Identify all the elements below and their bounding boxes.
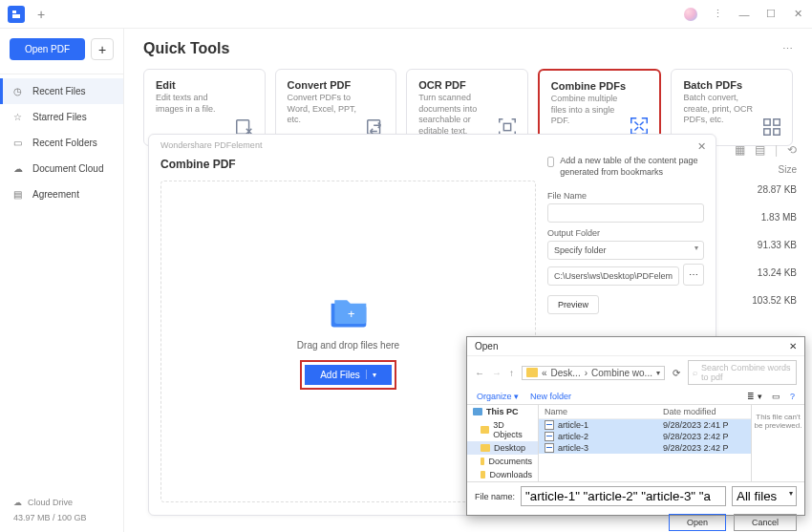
file-size: 13.24 KB: [730, 267, 797, 278]
svg-rect-3: [764, 119, 770, 125]
folder-icon: ▭: [13, 138, 25, 148]
tree-item-this-pc[interactable]: This PC: [467, 405, 538, 418]
file-row[interactable]: article-19/28/2023 2:41 P: [539, 419, 751, 431]
file-row[interactable]: article-39/28/2023 2:42 P: [539, 442, 751, 454]
filename-input[interactable]: [547, 203, 704, 223]
grid-view-icon[interactable]: ▦: [735, 143, 745, 157]
card-desc: Edit texts and images in a file.: [156, 93, 232, 115]
organize-menu[interactable]: Organize ▾: [477, 392, 519, 401]
col-name-header[interactable]: Name: [545, 407, 663, 416]
sidebar-item-recent-files[interactable]: ◷Recent Files: [0, 78, 123, 104]
preview-button[interactable]: Preview: [547, 295, 599, 314]
sidebar-item-label: Recent Files: [32, 86, 86, 96]
sidebar-item-agreement[interactable]: ▤Agreement: [0, 181, 123, 207]
filename-label: File name:: [475, 492, 515, 501]
path-breadcrumb[interactable]: « Desk...› Combine wo... ▾: [522, 366, 665, 380]
sidebar-item-starred-files[interactable]: ☆Starred Files: [0, 104, 123, 130]
cloud-icon: ☁: [13, 498, 22, 507]
cloud-icon: ☁: [13, 163, 25, 174]
filename-label: File Name: [547, 191, 704, 201]
add-folder-icon: +: [328, 294, 370, 330]
new-button[interactable]: +: [91, 38, 114, 60]
new-folder-button[interactable]: New folder: [530, 392, 571, 401]
minimize-button[interactable]: —: [737, 8, 751, 21]
add-files-label: Add Files: [320, 370, 360, 380]
refresh-icon[interactable]: ⟲: [787, 143, 797, 157]
storage-usage: 43.97 MB / 100 GB: [13, 513, 110, 522]
add-files-button[interactable]: Add Files▾: [305, 365, 392, 385]
search-placeholder: Search Combine words to pdf: [701, 363, 792, 382]
folder-icon: [481, 458, 484, 465]
card-title: Combine PDFs: [551, 80, 651, 92]
specify-folder-select[interactable]: [547, 241, 704, 260]
dialog-open-button[interactable]: Open: [669, 514, 726, 531]
nav-up-button[interactable]: ↑: [509, 368, 514, 378]
path-part[interactable]: Desk...: [551, 368, 581, 378]
svg-rect-6: [774, 129, 780, 135]
path-part[interactable]: Combine wo...: [591, 368, 652, 378]
calendar-icon[interactable]: ▤: [755, 143, 765, 157]
folder-icon: [481, 444, 490, 452]
toc-checkbox[interactable]: [547, 157, 554, 167]
size-column-header: Size: [730, 164, 797, 184]
toc-checkbox-label: Add a new table of the content page gene…: [560, 156, 704, 178]
sidebar-item-document-cloud[interactable]: ☁Document Cloud: [0, 156, 123, 181]
file-icon: [545, 432, 554, 441]
panel-close-button[interactable]: ✕: [697, 140, 706, 153]
card-title: Edit: [156, 79, 255, 91]
filename-input[interactable]: [521, 486, 726, 506]
outputfolder-label: Output Folder: [547, 228, 704, 238]
folder-icon: [526, 368, 538, 377]
card-title: OCR PDF: [418, 79, 518, 91]
preview-pane-button[interactable]: ▭: [772, 392, 780, 401]
new-tab-button[interactable]: +: [32, 6, 50, 23]
col-date-header[interactable]: Date modified: [663, 407, 745, 416]
dialog-search-input[interactable]: ⌕Search Combine words to pdf: [688, 360, 797, 385]
nav-back-button[interactable]: ←: [475, 368, 484, 378]
dialog-close-button[interactable]: ✕: [789, 341, 797, 351]
card-desc: Combine multiple files into a single PDF…: [551, 94, 628, 127]
profile-icon[interactable]: [684, 8, 697, 21]
more-icon[interactable]: ⋯: [782, 43, 793, 55]
cloud-drive-link[interactable]: ☁Cloud Drive: [13, 498, 110, 507]
open-pdf-button[interactable]: Open PDF: [10, 38, 85, 60]
folder-icon: [481, 471, 485, 479]
file-row[interactable]: article-29/28/2023 2:42 P: [539, 431, 751, 442]
refresh-icon[interactable]: ⟳: [673, 368, 680, 378]
file-size: 1.83 MB: [730, 212, 797, 223]
cloud-drive-label: Cloud Drive: [28, 498, 73, 507]
file-size: 28.87 KB: [730, 184, 797, 195]
tree-item-desktop[interactable]: Desktop: [467, 441, 538, 455]
tree-item-downloads[interactable]: Downloads: [467, 468, 538, 481]
panel-title: Combine PDF: [160, 154, 544, 181]
svg-text:+: +: [348, 307, 355, 321]
file-size: 91.33 KB: [730, 240, 797, 250]
chevron-down-icon: ▾: [373, 371, 376, 379]
preview-pane: This file can't be previewed.: [751, 405, 804, 481]
help-icon[interactable]: ?: [790, 392, 795, 401]
close-button[interactable]: ✕: [791, 8, 804, 21]
dialog-cancel-button[interactable]: Cancel: [734, 514, 797, 531]
sidebar-item-label: Agreement: [32, 189, 79, 200]
page-title: Quick Tools: [143, 40, 229, 57]
browse-button[interactable]: ⋯: [683, 264, 704, 286]
file-size: 103.52 KB: [730, 295, 797, 306]
nav-forward-button[interactable]: →: [492, 368, 502, 378]
card-title: Batch PDFs: [683, 79, 782, 91]
svg-rect-4: [774, 119, 780, 125]
more-icon[interactable]: ⋮: [711, 8, 724, 21]
sidebar-item-recent-folders[interactable]: ▭Recent Folders: [0, 130, 123, 156]
sidebar-item-label: Starred Files: [32, 112, 87, 122]
filter-select[interactable]: [732, 486, 797, 506]
tree-item-documents[interactable]: Documents: [467, 455, 538, 468]
document-icon: ▤: [13, 189, 25, 200]
view-mode-button[interactable]: ≣ ▾: [747, 392, 762, 401]
star-icon: ☆: [13, 112, 25, 122]
maximize-button[interactable]: ☐: [764, 8, 778, 21]
folder-icon: [481, 426, 489, 434]
tree-item-3d-objects[interactable]: 3D Objects: [467, 418, 538, 441]
folder-tree[interactable]: This PC 3D Objects Desktop Documents Dow…: [467, 405, 539, 481]
card-desc: Convert PDFs to Word, Excel, PPT, etc.: [288, 93, 364, 126]
clock-icon: ◷: [13, 86, 25, 96]
output-path-input[interactable]: [547, 266, 679, 286]
